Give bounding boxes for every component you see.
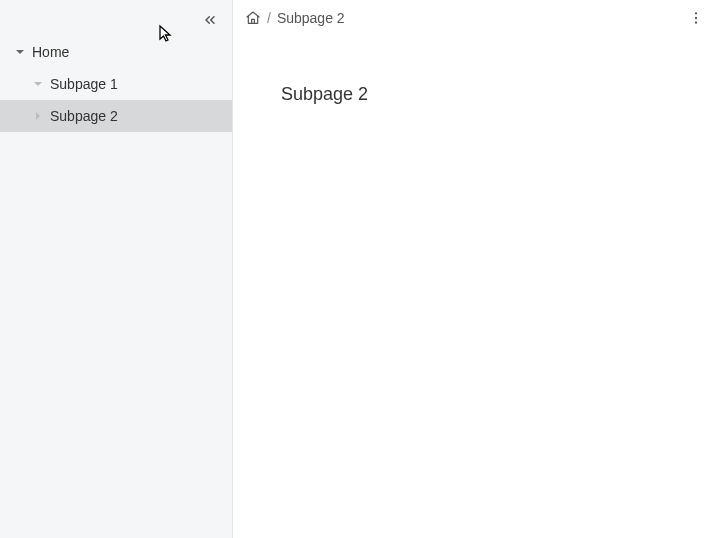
tree-item-label: Subpage 2 xyxy=(50,108,118,124)
breadcrumb: / Subpage 2 xyxy=(245,10,345,26)
tree-item-label: Home xyxy=(32,44,69,60)
svg-point-0 xyxy=(695,12,697,14)
tree-item-home[interactable]: Home xyxy=(0,36,232,68)
svg-point-1 xyxy=(695,17,697,19)
chevron-double-left-icon xyxy=(202,12,218,28)
tree-item-label: Subpage 1 xyxy=(50,76,118,92)
topbar: / Subpage 2 xyxy=(233,0,718,36)
tree-item-subpage-1[interactable]: Subpage 1 xyxy=(0,68,232,100)
svg-point-2 xyxy=(695,22,697,24)
more-options-button[interactable] xyxy=(684,6,708,30)
dots-vertical-icon xyxy=(688,10,704,26)
breadcrumb-current[interactable]: Subpage 2 xyxy=(277,10,345,26)
caret-right-icon[interactable] xyxy=(30,76,46,92)
main-panel: / Subpage 2 Subpage 2 xyxy=(233,0,718,538)
page-tree: Home Subpage 1 Subpage 2 xyxy=(0,28,232,132)
home-icon[interactable] xyxy=(245,10,261,26)
tree-item-subpage-2[interactable]: Subpage 2 xyxy=(0,100,232,132)
caret-right-icon[interactable] xyxy=(30,108,46,124)
sidebar: Home Subpage 1 Subpage 2 xyxy=(0,0,233,538)
page-content: Subpage 2 xyxy=(233,36,718,538)
caret-down-icon[interactable] xyxy=(12,44,28,60)
collapse-sidebar-button[interactable] xyxy=(198,8,222,32)
breadcrumb-separator: / xyxy=(267,10,271,26)
page-title: Subpage 2 xyxy=(281,84,670,105)
